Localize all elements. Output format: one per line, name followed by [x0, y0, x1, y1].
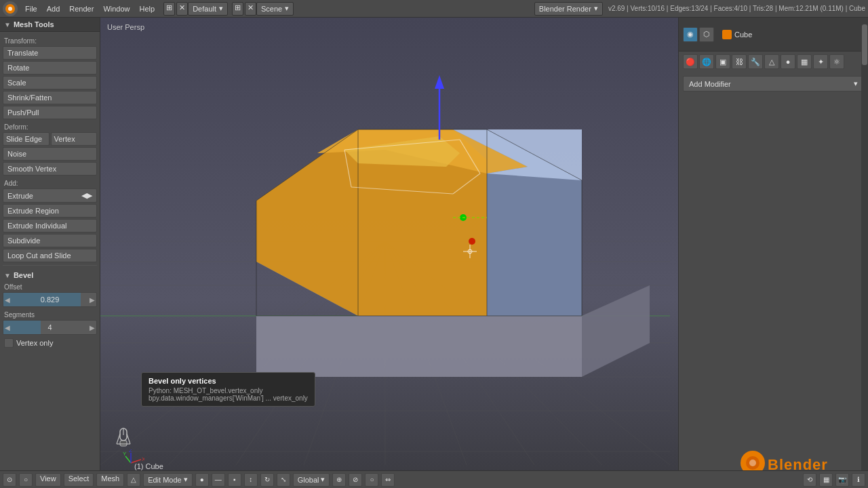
viewport-3d[interactable]: User Persp Bevel only vertices Python: M… — [100, 18, 678, 488]
vertex-only-checkbox[interactable] — [4, 338, 14, 348]
svg-line-16 — [385, 241, 467, 465]
svg-line-30 — [256, 129, 358, 201]
svg-marker-22 — [487, 129, 582, 316]
view-menu-btn[interactable]: View — [35, 473, 61, 487]
scene-dropdown[interactable]: Scene ▾ — [256, 2, 294, 16]
translate-btn[interactable]: Translate — [3, 46, 97, 60]
render-icon[interactable]: ◉ — [683, 27, 698, 42]
face-select-icon[interactable]: ▪ — [228, 473, 241, 487]
mesh-mode-icon[interactable]: △ — [127, 473, 140, 487]
panel-collapse-arrow[interactable]: ▼ — [4, 21, 11, 28]
push-pull-btn[interactable]: Push/Pull — [3, 106, 97, 119]
svg-line-53 — [117, 434, 120, 444]
tooltip-title: Bevel only vertices — [149, 377, 308, 385]
mirror-icon[interactable]: ⇔ — [381, 473, 395, 487]
svg-point-64 — [749, 460, 756, 466]
left-panel-scroll[interactable]: Transform: Translate Rotate Scale Shrink… — [0, 32, 100, 488]
scene-props-icon[interactable]: ⬡ — [699, 27, 714, 42]
add-modifier-bar[interactable]: Add Modifier ▾ — [683, 76, 864, 92]
info-icon[interactable]: ℹ — [852, 473, 865, 487]
constraint-icon[interactable]: ⛓ — [732, 54, 747, 69]
vertex-btn[interactable]: Vertex — [51, 132, 98, 146]
slide-edge-btn[interactable]: Slide Edge — [3, 132, 50, 146]
proportional-icon[interactable]: ⊘ — [349, 473, 362, 487]
data-icon[interactable]: △ — [764, 54, 779, 69]
blender-icon[interactable] — [3, 1, 18, 16]
svg-line-37 — [344, 140, 460, 150]
loop-cut-slide-btn[interactable]: Loop Cut and Slide — [3, 249, 97, 262]
svg-line-58 — [125, 456, 131, 463]
layout-grid-icon[interactable]: ⊞ — [163, 2, 175, 16]
menu-file[interactable]: File — [20, 3, 42, 14]
svg-line-39 — [344, 150, 351, 187]
extrude-individual-btn[interactable]: Extrude Individual — [3, 219, 97, 232]
camera-icon[interactable]: 📷 — [835, 473, 849, 487]
svg-line-31 — [487, 129, 582, 180]
subdivide-btn[interactable]: Subdivide — [3, 234, 97, 247]
svg-line-40 — [453, 174, 480, 194]
bevel-collapse-arrow[interactable]: ▼ — [4, 272, 11, 279]
default-dropdown[interactable]: Default ▾ — [188, 2, 228, 16]
rotate-btn[interactable]: Rotate — [3, 61, 97, 75]
render-props-icon[interactable]: 🔴 — [683, 54, 698, 69]
svg-line-19 — [385, 241, 670, 465]
rotate-tool-icon[interactable]: ↻ — [260, 473, 274, 487]
extrude-region-btn[interactable]: Extrude Region — [3, 204, 97, 218]
svg-marker-27 — [256, 316, 582, 377]
modifier-wrench-icon[interactable]: 🔧 — [748, 54, 763, 69]
menu-window[interactable]: Window — [98, 3, 134, 14]
edge-select-icon[interactable]: — — [212, 473, 225, 487]
transform-label: Transform: — [3, 35, 97, 46]
layout-x-icon[interactable]: ✕ — [176, 2, 188, 16]
bevel-label: Bevel — [14, 271, 33, 279]
svg-point-48 — [468, 249, 472, 253]
texture-icon[interactable]: ▦ — [797, 54, 812, 69]
bottom-scene-icon[interactable]: ⊙ — [3, 473, 16, 487]
particle-icon[interactable]: ✦ — [813, 54, 828, 69]
extrude-dropdown[interactable]: Extrude ◀▶ — [3, 188, 97, 203]
global-dropdown[interactable]: Global ▾ — [293, 473, 330, 487]
edit-mode-label: Edit Mode — [148, 476, 182, 484]
segments-left-arrow[interactable]: ◀ — [5, 324, 10, 331]
snap-icon[interactable]: ⊕ — [332, 473, 346, 487]
physics-icon[interactable]: ⚛ — [829, 54, 844, 69]
smooth-vertex-btn[interactable]: Smooth Vertex — [3, 162, 97, 176]
world-icon[interactable]: 🌐 — [699, 54, 714, 69]
vertex-only-row[interactable]: Vertex only — [3, 336, 97, 350]
shrink-fatten-btn[interactable]: Shrink/Fatten — [3, 91, 97, 104]
scene-x-icon[interactable]: ✕ — [245, 2, 256, 16]
segments-slider[interactable]: ◀ 4 ▶ — [3, 320, 97, 335]
offset-left-arrow[interactable]: ◀ — [5, 296, 10, 304]
menu-help[interactable]: Help — [135, 3, 160, 14]
mesh-menu-btn[interactable]: Mesh — [96, 473, 124, 487]
panel-title: Mesh Tools — [14, 20, 54, 28]
svg-text:X: X — [142, 456, 144, 462]
edit-mode-dropdown[interactable]: Edit Mode ▾ — [143, 473, 193, 487]
bottom-status-bar: ⊙ ○ View Select Mesh △ Edit Mode ▾ ● — ▪… — [0, 470, 868, 488]
render-btn-icon[interactable]: ▦ — [819, 473, 833, 487]
loop-icon[interactable]: ⟲ — [803, 473, 816, 487]
offset-right-arrow[interactable]: ▶ — [90, 296, 95, 304]
noise-btn[interactable]: Noise — [3, 147, 97, 161]
move-tool-icon[interactable]: ↕ — [244, 473, 258, 487]
offset-slider[interactable]: ◀ 0.829 ▶ — [3, 292, 97, 307]
vertex-select-icon[interactable]: ● — [195, 473, 209, 487]
object-props-icon[interactable]: ▣ — [715, 54, 730, 69]
menu-render[interactable]: Render — [64, 3, 98, 14]
scene-grid-icon[interactable]: ⊞ — [232, 2, 243, 16]
scale-btn[interactable]: Scale — [3, 76, 97, 89]
segments-right-arrow[interactable]: ▶ — [90, 324, 95, 331]
top-menu-bar: File Add Render Window Help ⊞ ✕ Default … — [0, 0, 868, 18]
proportional2-icon[interactable]: ○ — [365, 473, 378, 487]
select-menu-btn[interactable]: Select — [64, 473, 94, 487]
add-modifier-label: Add Modifier — [689, 80, 731, 88]
scale-tool-icon[interactable]: ⤡ — [277, 473, 290, 487]
tooltip-path: bpy.data.window_managers['WinMan'] ... v… — [149, 394, 308, 402]
menu-add[interactable]: Add — [42, 3, 65, 14]
engine-dropdown[interactable]: Blender Render ▾ — [534, 2, 603, 16]
viewport-object-name: (1) Cube — [134, 462, 163, 470]
bottom-circle-icon[interactable]: ○ — [19, 473, 33, 487]
material-icon[interactable]: ● — [781, 54, 795, 69]
svg-line-38 — [460, 140, 480, 174]
segments-label: Segments — [3, 308, 97, 320]
